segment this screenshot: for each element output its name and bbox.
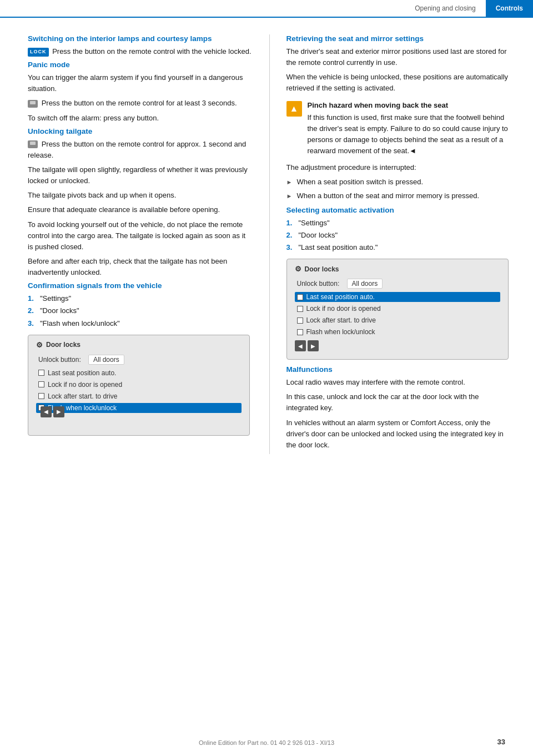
section-auto-activation: Selecting automatic activation 1. "Setti…	[286, 206, 511, 360]
screen-title-left: ⚙ Door locks	[36, 341, 242, 349]
nav-right-btn-2[interactable]: ▶	[308, 340, 319, 351]
tailgate-para4: Ensure that adequate clearance is availa…	[28, 204, 253, 215]
screen-nav-right: ◀ ▶	[295, 340, 500, 351]
panic-para2: Press the button on the remote control f…	[28, 98, 253, 109]
tailgate-para3: The tailgate pivots back and up when it …	[28, 190, 253, 201]
list-item: 3. "Flash when lock/unlock"	[28, 318, 253, 329]
checkbox-label: Last seat position auto.	[48, 369, 116, 377]
section-unlocking-tailgate: Unlocking tailgate Press the button on t…	[28, 127, 253, 279]
list-item: 1. "Settings"	[286, 218, 511, 229]
malfunctions-para3: In vehicles without an alarm system or C…	[286, 417, 511, 451]
screen-checkbox-item: Lock if no door is opened	[36, 380, 242, 390]
arrow-icon: ►	[286, 191, 293, 201]
section-panic-heading: Panic mode	[28, 61, 253, 69]
screen-unlock-row-right: Unlock button: All doors	[295, 278, 500, 290]
screen-unlock-row: Unlock button: All doors	[36, 354, 242, 366]
screen-checkbox-item: Lock after start. to drive	[295, 315, 500, 325]
panic-para1: You can trigger the alarm system if you …	[28, 72, 253, 94]
screen-checkbox-item: Lock if no door is opened	[295, 304, 500, 314]
list-item: 2. "Door locks"	[286, 230, 511, 241]
section-tailgate-heading: Unlocking tailgate	[28, 127, 253, 135]
section-confirmation-heading: Confirmation signals from the vehicle	[28, 281, 253, 290]
section-interior-lamps-heading: Switching on the interior lamps and cour…	[28, 34, 253, 43]
checkbox-label: Lock after start. to drive	[306, 316, 376, 324]
warning-text: Pinch hazard when moving back the seat I…	[308, 100, 511, 157]
lock-icon: LOCK	[28, 48, 49, 57]
warning-icon: ▲	[286, 101, 302, 117]
section-interior-lamps: Switching on the interior lamps and cour…	[28, 34, 253, 57]
section-malfunctions: Malfunctions Local radio waves may inter…	[286, 365, 511, 451]
footer-text: Online Edition for Part no. 01 40 2 926 …	[199, 739, 334, 746]
tailgate-para6: Before and after each trip, check that t…	[28, 256, 253, 278]
section-seat-mirror-heading: Retrieving the seat and mirror settings	[286, 34, 511, 43]
list-item: ► When a button of the seat and mirror m…	[286, 190, 511, 201]
page-footer: Online Edition for Part no. 01 40 2 926 …	[0, 739, 533, 746]
adjustment-list: ► When a seat position switch is pressed…	[286, 177, 511, 201]
column-divider	[269, 34, 270, 454]
checkbox-box	[297, 317, 303, 324]
checkbox-box	[38, 370, 44, 376]
main-content: Switching on the interior lamps and cour…	[0, 18, 533, 471]
checkbox-box	[38, 381, 44, 387]
tab-opening-closing[interactable]: Opening and closing	[405, 0, 485, 17]
tailgate-para1: Press the button on the remote control f…	[28, 139, 253, 161]
screen-mockup-right: ⚙ Door locks Unlock button: All doors La…	[286, 259, 509, 360]
section-panic-mode: Panic mode You can trigger the alarm sys…	[28, 61, 253, 124]
screen-title-right: ⚙ Door locks	[295, 265, 500, 273]
section-interior-lamps-para: LOCK Press the button on the remote cont…	[28, 46, 253, 57]
screen-nav-left: ◀ ▶	[41, 406, 246, 417]
screen-checkboxes-right: Last seat position auto.Lock if no door …	[295, 292, 500, 337]
left-column: Switching on the interior lamps and cour…	[28, 34, 253, 454]
list-item: ► When a seat position switch is pressed…	[286, 177, 511, 188]
remote-icon-2	[28, 140, 38, 148]
warning-body: If this function is used, first make sur…	[308, 112, 511, 157]
seat-mirror-para2: When the vehicle is being unlocked, thes…	[286, 72, 511, 94]
header-tabs: Opening and closing Controls	[405, 0, 533, 17]
screen-gear-icon-2: ⚙	[295, 265, 301, 273]
screen-checkbox-item: Last seat position auto.	[36, 368, 242, 378]
adjustment-section: The adjustment procedure is interrupted:…	[286, 162, 511, 201]
checkbox-label: Flash when lock/unlock	[306, 328, 375, 336]
screen-checkbox-item: Lock after start. to drive	[36, 391, 242, 401]
checkbox-label: Lock if no door is opened	[306, 305, 381, 313]
checkbox-box	[297, 294, 303, 300]
nav-left-btn-2[interactable]: ◀	[295, 340, 306, 351]
checkbox-box	[297, 306, 303, 312]
screen-checkbox-item: Flash when lock/unlock	[295, 327, 500, 337]
list-item: 1. "Settings"	[28, 293, 253, 304]
section-confirmation-signals: Confirmation signals from the vehicle 1.…	[28, 281, 253, 435]
malfunctions-para1: Local radio waves may interfere with the…	[286, 377, 511, 388]
checkbox-box	[297, 329, 303, 335]
warning-title: Pinch hazard when moving back the seat	[308, 100, 511, 111]
right-column: Retrieving the seat and mirror settings …	[286, 34, 511, 454]
warning-box: ▲ Pinch hazard when moving back the seat…	[286, 100, 511, 157]
checkbox-label: Lock if no door is opened	[48, 381, 122, 389]
tailgate-para5: To avoid locking yourself out of the veh…	[28, 219, 253, 253]
auto-activation-list: 1. "Settings" 2. "Door locks" 3. "Last s…	[286, 218, 511, 253]
tailgate-para2: The tailgate will open slightly, regardl…	[28, 164, 253, 187]
screen-mockup-left: ⚙ Door locks Unlock button: All doors La…	[28, 335, 250, 436]
section-seat-mirror: Retrieving the seat and mirror settings …	[286, 34, 511, 94]
nav-left-btn[interactable]: ◀	[41, 406, 52, 417]
tab-controls[interactable]: Controls	[486, 0, 533, 17]
panic-para3: To switch off the alarm: press any butto…	[28, 113, 253, 124]
checkbox-box	[38, 393, 44, 399]
list-item: 3. "Last seat position auto."	[286, 242, 511, 253]
adjustment-para: The adjustment procedure is interrupted:	[286, 162, 511, 173]
malfunctions-para2: In this case, unlock and lock the car at…	[286, 391, 511, 414]
seat-mirror-para1: The driver's seat and exterior mirror po…	[286, 46, 511, 68]
nav-right-btn[interactable]: ▶	[53, 406, 64, 417]
section-malfunctions-heading: Malfunctions	[286, 365, 511, 374]
confirmation-list: 1. "Settings" 2. "Door locks" 3. "Flash …	[28, 293, 253, 329]
arrow-icon: ►	[286, 178, 293, 188]
page-header: Opening and closing Controls	[0, 0, 533, 18]
remote-icon	[28, 100, 38, 108]
screen-checkbox-item: Last seat position auto.	[295, 292, 500, 302]
checkbox-label: Last seat position auto.	[306, 293, 375, 301]
screen-gear-icon: ⚙	[36, 341, 43, 349]
page-number: 33	[497, 738, 505, 746]
section-auto-heading: Selecting automatic activation	[286, 206, 511, 214]
checkbox-label: Lock after start. to drive	[48, 392, 117, 400]
list-item: 2. "Door locks"	[28, 305, 253, 316]
